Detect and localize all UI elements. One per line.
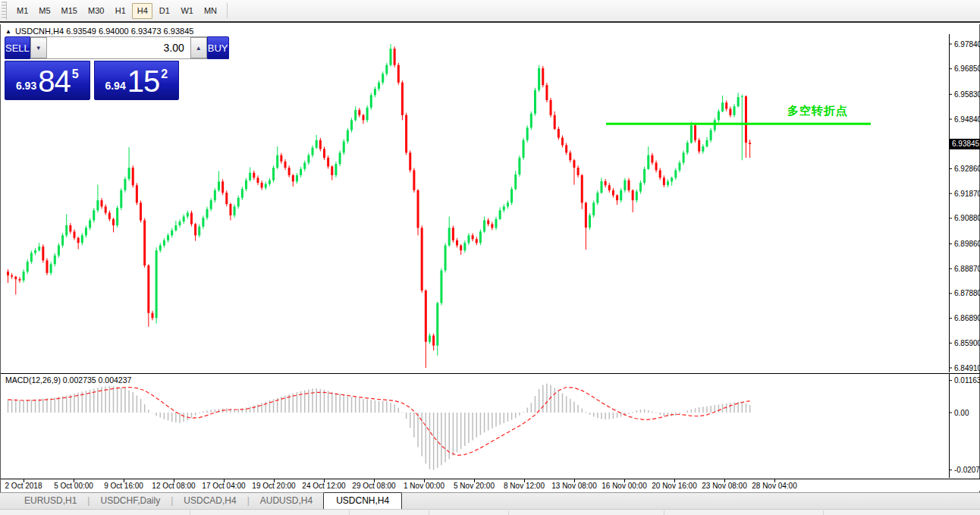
toolbar-separator — [227, 3, 228, 18]
candle-body — [432, 335, 435, 345]
candle-body — [472, 235, 474, 239]
timeframe-button-m5[interactable]: M5 — [34, 3, 55, 19]
candle-body — [530, 114, 532, 127]
time-tick-label: 9 Oct 16:00 — [95, 482, 152, 490]
chart-title-text: USDCNH,H4 6.93549 6.94000 6.93473 6.9384… — [15, 27, 193, 36]
candle-body — [202, 218, 204, 227]
candle-body — [382, 74, 384, 83]
sell-button[interactable]: SELL — [5, 36, 30, 59]
toolbar-grip-handle[interactable] — [2, 2, 7, 20]
timeframe-button-w1[interactable]: W1 — [176, 3, 198, 19]
time-tick-label: 13 Nov 08:00 — [545, 482, 603, 490]
candle-body — [421, 228, 423, 290]
price-tick-label: 6.84910 — [954, 364, 980, 372]
candle-body — [167, 235, 169, 240]
candle-body — [354, 110, 357, 120]
price-tick-label: 6.85900 — [954, 339, 980, 347]
candle-body — [550, 100, 552, 115]
candle-body — [589, 215, 591, 228]
candle-body — [514, 174, 517, 189]
chart-tab-usdchf-daily[interactable]: USDCHF,Daily — [90, 493, 171, 509]
bid-price-box[interactable]: 6.93845 — [5, 61, 90, 100]
candle-body — [101, 200, 103, 206]
timeframe-button-m15[interactable]: M15 — [57, 3, 82, 19]
time-tick-label: 16 Nov 00:00 — [595, 482, 653, 490]
candle-body — [417, 190, 419, 228]
one-click-trading-panel: SELL ▼ ▲ BUY 6.93845 6.94152 — [5, 36, 179, 100]
volume-increase-button[interactable]: ▲ — [190, 37, 207, 58]
candle-body — [592, 203, 595, 215]
candle-body — [183, 217, 185, 222]
chart-tab-eurusd-h1[interactable]: EURUSD,H1 — [14, 493, 87, 509]
price-tick-label: 6.91870 — [954, 190, 980, 198]
candle-body — [261, 183, 263, 188]
candle-body — [623, 181, 626, 190]
candle-body — [69, 225, 71, 231]
candle-body — [674, 170, 677, 177]
candle-body — [729, 109, 731, 115]
candle-body — [276, 155, 278, 168]
candle-body — [54, 256, 56, 265]
buy-button[interactable]: BUY — [207, 36, 229, 59]
timeframe-button-h1[interactable]: H1 — [110, 3, 130, 19]
status-separator — [508, 510, 509, 515]
candle-body — [159, 246, 162, 251]
candle-body — [705, 140, 708, 146]
candle-body — [23, 272, 25, 281]
candle-body — [749, 143, 751, 144]
candle-body — [339, 152, 341, 164]
timeframe-button-m30[interactable]: M30 — [83, 3, 108, 19]
candle-body — [362, 115, 364, 121]
candle-body — [690, 125, 693, 143]
candle-body — [194, 224, 196, 235]
trendline-annotation-label: 多空转折点 — [787, 104, 848, 118]
volume-input[interactable] — [47, 37, 190, 58]
candle-body — [581, 175, 583, 203]
timeframe-button-mn[interactable]: MN — [199, 3, 221, 19]
macd-tick-label: 0.00 — [954, 409, 969, 417]
price-tick-label: 6.94840 — [954, 115, 980, 124]
candle-body — [573, 160, 575, 168]
candle-body — [331, 166, 333, 175]
volume-decrease-button[interactable]: ▼ — [30, 37, 47, 58]
candle-body — [229, 204, 231, 215]
candle-body — [85, 228, 87, 235]
candle-body — [698, 140, 700, 152]
timeframe-button-d1[interactable]: D1 — [154, 3, 174, 19]
candle-body — [518, 158, 520, 174]
candle-body — [499, 210, 501, 219]
candle-body — [448, 228, 451, 245]
candle-body — [721, 102, 724, 111]
candle-body — [116, 208, 118, 225]
candle-body — [50, 264, 52, 273]
candle-body — [249, 173, 251, 181]
candle-body — [245, 181, 247, 190]
candle-body — [187, 213, 189, 217]
candle-body — [323, 149, 325, 158]
time-tick-label: 29 Oct 08:00 — [345, 482, 403, 490]
macd-tick-label: -0.020788 — [954, 466, 980, 474]
candle-body — [284, 162, 287, 168]
chart-tab-audusd-h4[interactable]: AUDUSD,H4 — [250, 493, 323, 509]
candle-body — [409, 152, 411, 170]
candle-body — [491, 224, 493, 228]
candle-body — [370, 95, 372, 108]
time-axis[interactable]: 2 Oct 20185 Oct 00:009 Oct 16:0012 Oct 0… — [1, 479, 980, 491]
candle-body — [495, 219, 498, 228]
candle-body — [628, 181, 630, 190]
timeframe-button-h4[interactable]: H4 — [132, 3, 152, 19]
chart-tab-usdcad-h4[interactable]: USDCAD,H4 — [173, 493, 247, 509]
candle-body — [347, 130, 349, 142]
price-tick-label: 6.90880 — [954, 214, 980, 222]
candle-body — [394, 49, 396, 64]
chart-title-bar: ▲ USDCNH,H4 6.93549 6.94000 6.93473 6.93… — [5, 27, 193, 36]
candle-body — [307, 155, 309, 163]
candle-body — [210, 200, 212, 209]
timeframe-button-m1[interactable]: M1 — [12, 3, 33, 19]
macd-signal-line — [8, 388, 750, 456]
macd-indicator-area[interactable]: 0.0116360.00-0.020788 — [1, 373, 980, 478]
ask-price-digits: 15 — [127, 66, 160, 96]
candle-body — [74, 231, 76, 237]
ask-price-box[interactable]: 6.94152 — [94, 61, 180, 100]
chart-tab-usdcnh-h4[interactable]: USDCNH,H4 — [323, 492, 402, 510]
